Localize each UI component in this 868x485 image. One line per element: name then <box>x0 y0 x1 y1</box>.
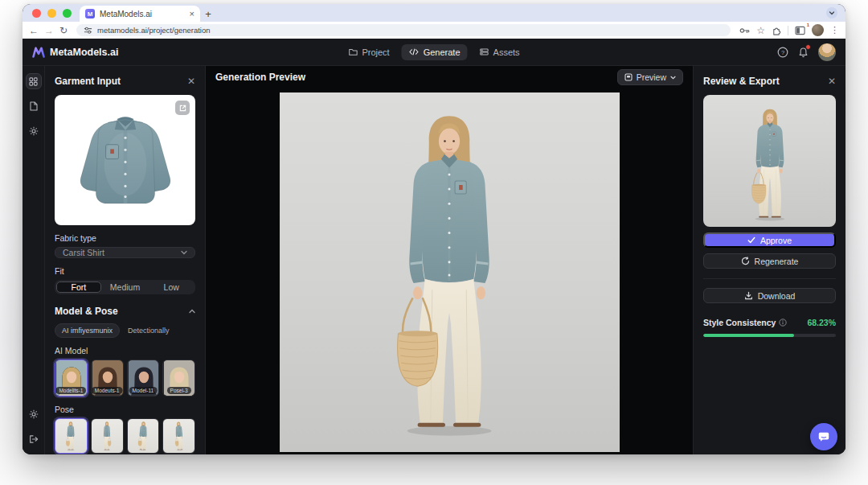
generated-image <box>280 92 620 452</box>
tag-secondary[interactable]: Detectionally <box>128 327 170 335</box>
style-consistency-fill <box>703 334 794 337</box>
brand-name: MetaModels.ai <box>50 47 118 58</box>
ai-model-thumb[interactable]: Modeuts-1 <box>91 360 124 397</box>
svg-text:?: ? <box>781 48 784 55</box>
password-key-icon[interactable] <box>739 26 750 35</box>
expand-garment-button[interactable] <box>175 101 190 115</box>
preview-frame-icon <box>624 73 633 81</box>
nav-label: Generate <box>424 47 461 57</box>
back-button[interactable]: ← <box>29 26 39 35</box>
grid-icon <box>29 77 38 86</box>
ai-model-thumb[interactable]: Modelits-1 <box>55 360 88 397</box>
pose-list <box>55 418 195 454</box>
zoom-window-button[interactable] <box>63 9 72 18</box>
chevron-down-icon <box>670 76 676 80</box>
code-icon <box>409 47 420 56</box>
download-label: Download <box>758 291 796 301</box>
chat-bubble-icon <box>817 430 830 443</box>
chevron-up-icon[interactable] <box>189 309 195 314</box>
tag-ai-model[interactable]: AI imfiyesmunix <box>55 323 120 338</box>
review-thumbnail[interactable] <box>703 95 836 227</box>
tab-close-icon[interactable]: × <box>190 9 194 18</box>
divider <box>703 278 836 279</box>
fabric-type-select[interactable]: Carsit Shirt <box>55 247 195 258</box>
review-model-illustration <box>740 101 800 227</box>
garment-image <box>55 95 195 225</box>
browser-tab[interactable]: M MetaModels.ai × <box>80 6 200 22</box>
nav-item-assets[interactable]: Assets <box>473 44 527 60</box>
close-window-button[interactable] <box>32 9 41 18</box>
nav-item-project[interactable]: Project <box>341 44 396 60</box>
side-panel-icon[interactable] <box>795 26 805 35</box>
review-export-panel: Review & Export ✕ Approve Regenerate <box>693 66 845 454</box>
preview-title: Generation Preview <box>215 72 305 83</box>
pose-thumb[interactable] <box>162 418 195 454</box>
nav-label: Assets <box>493 47 520 57</box>
file-icon <box>30 101 38 111</box>
browser-menu-icon[interactable]: ⋮ <box>830 26 839 35</box>
bookmark-star-icon[interactable]: ☆ <box>756 26 765 35</box>
ai-model-name: Modeuts-1 <box>92 387 123 394</box>
ai-model-label: AI Model <box>55 346 195 356</box>
download-button[interactable]: Download <box>703 288 836 303</box>
rail-settings-button[interactable] <box>26 123 42 139</box>
extensions-icon[interactable] <box>772 26 781 35</box>
reload-button[interactable]: ↻ <box>59 26 68 35</box>
minimize-window-button[interactable] <box>47 9 56 18</box>
app-header: MetaModels.ai Project Generate Assets ? <box>23 39 845 66</box>
generation-canvas <box>206 88 693 454</box>
style-consistency-bar <box>703 334 836 337</box>
panel-title: Garment Input <box>55 76 121 87</box>
window-controls[interactable] <box>23 4 80 22</box>
download-icon <box>744 291 753 300</box>
forward-button[interactable]: → <box>44 26 54 35</box>
folder-icon <box>348 47 358 56</box>
fit-option-low[interactable]: Low <box>149 282 194 293</box>
gear-icon <box>29 126 39 136</box>
pose-thumb[interactable] <box>55 418 88 454</box>
url-bar[interactable]: metamodels.ai/project/generation <box>76 24 731 36</box>
new-tab-button[interactable]: + <box>200 6 216 22</box>
fit-option-medium[interactable]: Medium <box>103 282 148 293</box>
fit-segmented-control: Fort Medium Low <box>55 280 195 294</box>
browser-toolbar: ← → ↻ metamodels.ai/project/generation ☆… <box>23 22 845 39</box>
garment-shirt-illustration <box>61 104 190 217</box>
chevron-down-icon <box>181 250 187 255</box>
pose-thumb[interactable] <box>91 418 124 454</box>
rail-files-button[interactable] <box>26 98 42 114</box>
browser-window: M MetaModels.ai × + ← → ↻ metamodels.ai/… <box>23 4 845 454</box>
fit-option-fort[interactable]: Fort <box>56 282 101 293</box>
rail-logout-button[interactable] <box>26 431 42 447</box>
close-icon[interactable]: ✕ <box>187 76 195 86</box>
brand-logo[interactable]: MetaModels.ai <box>32 47 118 58</box>
regenerate-button[interactable]: Regenerate <box>703 253 836 269</box>
chat-fab-button[interactable] <box>810 423 837 450</box>
pose-label: Pose <box>55 405 195 414</box>
approve-button[interactable]: Approve <box>703 232 836 248</box>
site-settings-icon[interactable] <box>84 26 92 35</box>
info-icon[interactable] <box>779 319 787 327</box>
browser-profile-avatar[interactable] <box>812 24 824 36</box>
close-icon[interactable]: ✕ <box>828 76 836 86</box>
ai-model-thumb[interactable]: Posel-3 <box>162 360 195 397</box>
user-avatar[interactable] <box>818 43 836 61</box>
garment-input-panel: Garment Input ✕ Fabric type Carsit Shirt… <box>45 66 206 454</box>
help-icon[interactable]: ? <box>777 47 788 58</box>
ai-model-name: Posel-3 <box>167 387 191 394</box>
nav-label: Project <box>362 47 389 57</box>
pose-thumb[interactable] <box>127 418 160 454</box>
preview-mode-button[interactable]: Preview <box>617 69 683 85</box>
rail-dashboard-button[interactable] <box>26 73 42 89</box>
model-pose-title: Model & Pose <box>55 306 118 317</box>
preview-button-label: Preview <box>637 72 666 82</box>
stack-icon <box>480 47 489 56</box>
panel-title: Review & Export <box>703 76 780 87</box>
tab-title: MetaModels.ai <box>100 10 185 18</box>
nav-item-generate[interactable]: Generate <box>402 44 468 60</box>
rail-preferences-button[interactable] <box>26 406 42 422</box>
main-nav: Project Generate Assets <box>341 44 526 60</box>
window-chevron-icon[interactable] <box>826 7 837 18</box>
fit-label: Fit <box>55 266 195 276</box>
ai-model-thumb[interactable]: Model-11 <box>127 360 160 397</box>
toolbar-divider <box>788 26 788 35</box>
